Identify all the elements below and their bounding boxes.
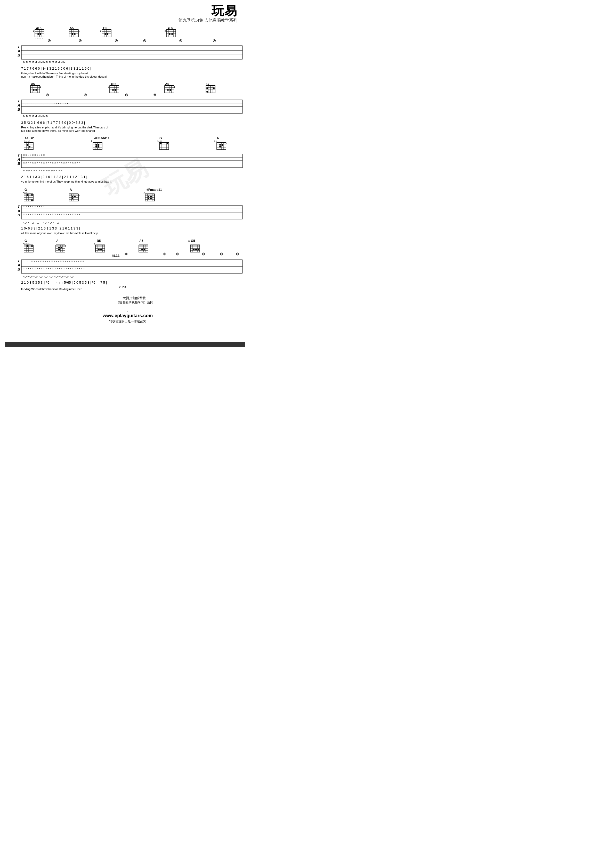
chord-dot — [31, 194, 33, 196]
chord-dot — [167, 143, 168, 144]
tab-a-label-2: A — [17, 103, 20, 107]
tab-numbers-4: 1 0• 6 3 3 | 2 1 6 1 1 3 3 | 2 1 6 1 1 3… — [21, 226, 80, 230]
fret-a-r5: 1 — [65, 245, 66, 247]
thumb-note-1: 大拇指拍低音弦 — [123, 296, 146, 300]
chord-dot — [98, 146, 99, 147]
m-markers-1: M M M M M M M M M M M M M M M — [23, 61, 65, 64]
notation-area: 玩易 #F5 2 × × ○ ○ ○ A5 — [5, 25, 240, 348]
strum-pattern-2: ↑ ↓ ↑ ↓ ↑ ↑ ↓ ↑ ↓ ↑ ↓ ↑ ↑ ↓ ↑ × × × × × … — [23, 102, 68, 105]
chord-dot — [31, 245, 33, 247]
chord-dot — [222, 144, 223, 146]
section-marker: §1.2.3. — [112, 254, 120, 257]
chord-dot — [167, 89, 169, 91]
chord-dot — [95, 144, 97, 146]
x-marks-4-top: × × × × × × × × × × — [23, 205, 45, 208]
bottom-bar — [5, 342, 245, 347]
chord-dot — [195, 249, 197, 250]
chord-dot — [193, 249, 194, 250]
tab-numbers-2: 3 5 ⁵3 2 1 |6 6 6 | 7 1 7 7 6 6 0 | 0 0•… — [21, 121, 85, 124]
chord-dot — [207, 87, 208, 89]
chord-dot — [40, 33, 41, 35]
lyrics-2a: Rea-ching a fev-er pitch and it's brin-g… — [21, 126, 108, 129]
x-marks-3-mid: × — [23, 157, 25, 159]
tab-a-label: A — [17, 49, 20, 53]
lyrics-3a: yo-ur lo-ve,remind me of us They keep me… — [21, 180, 112, 183]
chord-dot — [213, 87, 215, 89]
chord-dot — [35, 89, 37, 91]
tab-numbers-3: 2 1 6 1 1 3 3 | 2 1 6 1 1 3 3 | 2 1 1 1 … — [21, 175, 87, 179]
chord-dot — [100, 249, 102, 250]
chord-a-row4: A — [70, 188, 72, 192]
chord-dot — [95, 146, 97, 147]
chord-dot — [148, 198, 149, 199]
chord-fmadd11-4: #Fmadd11 — [146, 188, 162, 192]
chord-dot — [141, 249, 143, 250]
tab-t-5: T — [17, 259, 20, 263]
chord-fret-2-r2: 2 — [108, 85, 109, 88]
chord-dot — [98, 144, 99, 146]
mute-symbol-6: ⊗ — [213, 39, 216, 43]
tab-numbers-1: 7 1 7 7 6 6 0 | 3• 3 3 2 1 6 6 0 6 | 3 3… — [21, 67, 91, 70]
fret-a-r4: 1 — [78, 194, 80, 196]
tab-a-5: A — [17, 263, 20, 267]
fmadd-fret-4: 2 — [143, 191, 145, 194]
x-marks-3-top: × × × × × × × × × × — [23, 154, 45, 157]
chord-dot — [61, 247, 62, 248]
brand-title: 玩易 — [179, 3, 237, 19]
header: 玩易 第九季第14集 吉他弹唱教学系列 — [5, 3, 240, 23]
fret-1-r2a: 1 — [174, 85, 175, 88]
fret-num: 1 — [78, 29, 80, 32]
chord-fmadd11: #Fmadd11 — [94, 136, 110, 140]
chord-fret-2: 2 — [33, 29, 34, 32]
chord-dot — [58, 249, 60, 250]
chord-g-row5: G — [25, 239, 27, 243]
chord-dot — [207, 91, 208, 93]
strum-5: ↑ ↓ ↑ ↑ × × × × × × × × × × × × × × × × … — [23, 260, 84, 263]
tab-t-3: T — [17, 153, 20, 157]
g5-tri: 3 — [188, 240, 190, 242]
thumb-note-2: （请看教学视频学习）后同 — [116, 301, 153, 304]
chord-dot — [29, 146, 30, 147]
x-marks-3-bot: × × × × × × × × × × × × × × × × × × × × … — [23, 161, 80, 164]
lyrics-2b: Ma-king a home down there, as mine sure … — [21, 129, 95, 132]
chord-dot — [150, 198, 152, 199]
header-right: 玩易 第九季第14集 吉他弹唱教学系列 — [179, 3, 237, 23]
chord-dot — [144, 249, 145, 250]
rhythm-3: ⌐_⌐ ⌐ ⌐_⌐ ⌐_⌐ ⌐ ⌐_⌐ ⌐_⌐ ⌐ ⌐_⌐ ⌐ — [23, 169, 62, 172]
chord-g-row3: G — [159, 136, 162, 140]
chord-dot — [197, 249, 199, 250]
mute-symbol-5: ⊗ — [179, 39, 182, 43]
fret-a-r3: 1 — [226, 142, 227, 145]
chord-a-row3: A — [217, 136, 219, 140]
chord-dot — [148, 196, 149, 197]
chord-dot — [219, 144, 221, 146]
chord-dot — [107, 33, 108, 35]
mute-r2-2: ⊗ — [84, 93, 87, 97]
chord-g5-row5: G5 — [191, 239, 195, 243]
mute-symbol-4: ⊗ — [143, 39, 146, 43]
mute-symbol-3: ⊗ — [115, 39, 118, 43]
chord-dot — [37, 33, 39, 35]
lyrics-4a: all Thescars of your love,theyleave me b… — [21, 232, 98, 235]
section-marker-2: §1.2.3. — [119, 286, 127, 288]
footer-url: www.eplayguitars.com — [103, 313, 153, 318]
tab-a-4: A — [17, 209, 20, 213]
chord-dot — [169, 89, 171, 91]
chord-dot — [169, 33, 171, 35]
chord-dot — [219, 146, 221, 147]
tab-b-4: B — [17, 213, 20, 217]
m-markers-2: M M M M M M M M M — [23, 115, 48, 118]
fret-1-2: 1 — [40, 85, 41, 88]
chord-dot — [98, 249, 99, 250]
x-marks-5-bot: × × × × × × × × × × × × × × × × × × × × … — [23, 267, 85, 270]
chord-dot — [31, 199, 33, 201]
lyrics-1a: th-ingsthat I will do Th-ere's a fire st… — [21, 72, 88, 75]
tab-b-label-2: B — [17, 107, 20, 112]
chord-g-row4: G — [25, 188, 27, 192]
chord-a-row5: A — [56, 239, 59, 243]
page: 玩易 第九季第14集 吉他弹唱教学系列 玩易 #F5 2 × × ○ ○ ○ — [0, 0, 245, 350]
chord-dot — [26, 245, 28, 247]
subtitle: 第九季第14集 吉他弹唱教学系列 — [179, 18, 237, 23]
chord-fret-2b: 2 — [100, 29, 101, 32]
chord-dot — [26, 194, 28, 196]
